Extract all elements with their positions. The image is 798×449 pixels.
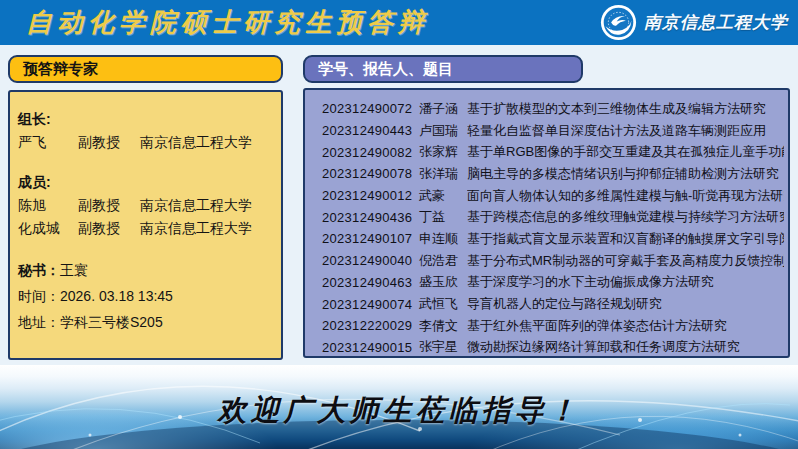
table-row: 202312490436丁益基于跨模态信息的多维纹理触觉建模与持续学习方法研究 [322, 206, 784, 228]
student-name-cell: 潘子涵 [419, 100, 467, 118]
expert-title: 副教授 [78, 194, 140, 217]
table-row: 202312490040倪浩君基于分布式MR制动器的可穿戴手套及高精度力反馈控制… [322, 250, 784, 272]
roster-panel-title: 学号、报告人、题目 [318, 60, 453, 79]
session-info-label: 地址： [18, 309, 60, 335]
expert-member-row: 严飞副教授南京信息工程大学 [18, 131, 275, 154]
university-logo-icon [600, 4, 637, 41]
student-name-cell: 申连顺 [419, 230, 467, 248]
university-brand: 南京信息工程大学 [600, 4, 788, 41]
session-info-label: 秘书： [18, 257, 60, 283]
university-name: 南京信息工程大学 [644, 11, 788, 34]
expert-groups: 组长:严飞副教授南京信息工程大学成员:陈旭副教授南京信息工程大学化成城副教授南京… [18, 108, 275, 240]
session-info: 秘书：王寰时间：2026. 03.18 13:45地址：学科三号楼S205 [18, 257, 275, 335]
thesis-title-cell: 基于深度学习的水下主动偏振成像方法研究 [467, 273, 784, 291]
student-name-cell: 卢国瑞 [419, 122, 467, 140]
session-info-row: 秘书：王寰 [18, 257, 275, 283]
student-name-cell: 武恒飞 [419, 295, 467, 313]
table-row: 202312490107申连顺基于指戴式盲文显示装置和汉盲翻译的触摸屏文字引导阅… [322, 228, 784, 250]
expert-title: 副教授 [78, 131, 140, 154]
session-info-row: 时间：2026. 03.18 13:45 [18, 283, 275, 309]
table-row: 202312490012武豪面向盲人物体认知的多维属性建模与触-听觉再现方法研究 [322, 185, 784, 207]
table-row: 202312490072潘子涵基于扩散模型的文本到三维物体生成及编辑方法研究 [322, 98, 784, 120]
expert-name: 严飞 [18, 131, 78, 154]
student-name-cell: 张宇星 [419, 338, 467, 356]
session-info-value: 2026. 03.18 13:45 [60, 283, 275, 309]
session-info-value: 王寰 [60, 257, 275, 283]
page-title: 自动化学院硕士研究生预答辩 [26, 5, 429, 40]
session-info-value: 学科三号楼S205 [60, 309, 275, 335]
student-name-cell: 李倩文 [419, 317, 467, 335]
student-id-cell: 202312490078 [322, 166, 419, 181]
thesis-title-cell: 脑电主导的多模态情绪识别与抑郁症辅助检测方法研究 [467, 165, 784, 183]
roster-panel: 202312490072潘子涵基于扩散模型的文本到三维物体生成及编辑方法研究20… [303, 88, 790, 358]
experts-panel: 组长:严飞副教授南京信息工程大学成员:陈旭副教授南京信息工程大学化成城副教授南京… [8, 90, 283, 360]
roster-rows: 202312490072潘子涵基于扩散模型的文本到三维物体生成及编辑方法研究20… [305, 90, 788, 358]
student-id-cell: 202312490072 [322, 101, 419, 116]
thesis-title-cell: 基于红外焦平面阵列的弹体姿态估计方法研究 [467, 317, 784, 335]
thesis-title-cell: 轻量化自监督单目深度估计方法及道路车辆测距应用 [467, 122, 784, 140]
student-id-cell: 202312490082 [322, 145, 419, 160]
table-row: 202312490443卢国瑞轻量化自监督单目深度估计方法及道路车辆测距应用 [322, 120, 784, 142]
expert-member-row: 陈旭副教授南京信息工程大学 [18, 194, 275, 217]
student-name-cell: 张洋瑞 [419, 165, 467, 183]
footer-banner: 欢迎广大师生莅临指导！ [0, 365, 798, 449]
experts-panel-header: 预答辩专家 [8, 55, 283, 83]
thesis-title-cell: 基于单RGB图像的手部交互重建及其在孤独症儿童手功能训练中的应用 [467, 143, 784, 161]
expert-name: 陈旭 [18, 194, 78, 217]
table-row: 202312220029李倩文基于红外焦平面阵列的弹体姿态估计方法研究 [322, 315, 784, 337]
table-row: 202312490082张家辉基于单RGB图像的手部交互重建及其在孤独症儿童手功… [322, 141, 784, 163]
table-row: 202312490078张洋瑞脑电主导的多模态情绪识别与抑郁症辅助检测方法研究 [322, 163, 784, 185]
student-id-cell: 202312490443 [322, 123, 419, 138]
session-info-row: 地址：学科三号楼S205 [18, 309, 275, 335]
student-name-cell: 武豪 [419, 187, 467, 205]
student-id-cell: 202312490040 [322, 253, 419, 268]
table-row: 202312490015张宇星微动勘探边缘网络计算卸载和任务调度方法研究 [322, 337, 784, 359]
top-bar: 自动化学院硕士研究生预答辩 南京信息工程大学 [0, 0, 798, 45]
thesis-title-cell: 基于扩散模型的文本到三维物体生成及编辑方法研究 [467, 100, 784, 118]
expert-group-label: 成员: [18, 171, 275, 194]
student-id-cell: 202312490074 [322, 297, 419, 312]
student-id-cell: 202312220029 [322, 318, 419, 333]
expert-group-label: 组长: [18, 108, 275, 131]
student-name-cell: 张家辉 [419, 143, 467, 161]
table-row: 202312490074武恒飞导盲机器人的定位与路径规划研究 [322, 293, 784, 315]
thesis-title-cell: 基于跨模态信息的多维纹理触觉建模与持续学习方法研究 [467, 208, 784, 226]
student-name-cell: 盛玉欣 [419, 273, 467, 291]
welcome-message: 欢迎广大师生莅临指导！ [0, 391, 798, 431]
expert-title: 副教授 [78, 217, 140, 240]
thesis-title-cell: 微动勘探边缘网络计算卸载和任务调度方法研究 [467, 338, 784, 356]
thesis-title-cell: 基于分布式MR制动器的可穿戴手套及高精度力反馈控制方法研究 [467, 252, 784, 270]
thesis-title-cell: 基于指戴式盲文显示装置和汉盲翻译的触摸屏文字引导阅读方法研究 [467, 230, 784, 248]
expert-affiliation: 南京信息工程大学 [140, 131, 275, 154]
expert-group: 组长:严飞副教授南京信息工程大学 [18, 108, 275, 154]
table-row: 202312490463盛玉欣基于深度学习的水下主动偏振成像方法研究 [322, 272, 784, 294]
student-id-cell: 202312490012 [322, 188, 419, 203]
expert-member-row: 化成城副教授南京信息工程大学 [18, 217, 275, 240]
roster-panel-header: 学号、报告人、题目 [303, 55, 583, 83]
slide: 自动化学院硕士研究生预答辩 南京信息工程大学 预答辩专家 组长:严飞副教授南京信… [0, 0, 798, 449]
expert-name: 化成城 [18, 217, 78, 240]
student-id-cell: 202312490107 [322, 231, 419, 246]
session-info-label: 时间： [18, 283, 60, 309]
student-name-cell: 丁益 [419, 208, 467, 226]
student-name-cell: 倪浩君 [419, 252, 467, 270]
expert-affiliation: 南京信息工程大学 [140, 194, 275, 217]
expert-affiliation: 南京信息工程大学 [140, 217, 275, 240]
student-id-cell: 202312490463 [322, 275, 419, 290]
thesis-title-cell: 导盲机器人的定位与路径规划研究 [467, 295, 784, 313]
expert-group: 成员:陈旭副教授南京信息工程大学化成城副教授南京信息工程大学 [18, 171, 275, 240]
student-id-cell: 202312490015 [322, 340, 419, 355]
experts-panel-title: 预答辩专家 [23, 60, 98, 79]
thesis-title-cell: 面向盲人物体认知的多维属性建模与触-听觉再现方法研究 [467, 187, 784, 205]
student-id-cell: 202312490436 [322, 210, 419, 225]
